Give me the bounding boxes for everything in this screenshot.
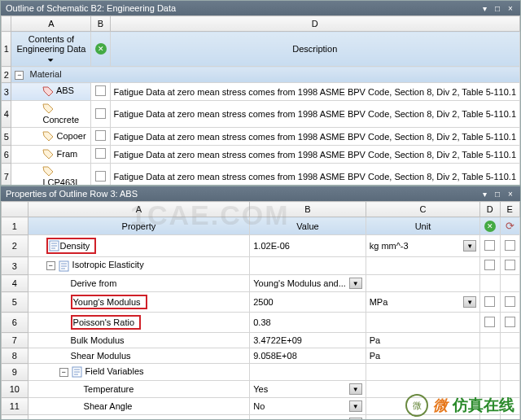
unit-cell[interactable] <box>366 313 479 333</box>
material-row[interactable]: 6 Fram Fatigue Data at zero mean stress … <box>2 146 520 164</box>
value-cell[interactable]: 9.058E+08 <box>250 348 366 364</box>
properties-titlebar: Properties of Outline Row 3: ABS ▾ □ × <box>1 186 520 201</box>
checkbox[interactable] <box>484 240 495 251</box>
filter-icon[interactable]: ✕ <box>484 221 496 232</box>
checkbox[interactable] <box>505 317 515 327</box>
value-cell[interactable]: 1.02E-06 <box>250 235 366 257</box>
description-header: Description <box>110 32 519 67</box>
property-icon <box>72 366 83 378</box>
column-header-row: A B C D E <box>2 202 520 217</box>
properties-panel: Properties of Outline Row 3: ABS ▾ □ × A… <box>0 186 521 420</box>
col-A[interactable]: A <box>11 16 91 32</box>
checkbox[interactable] <box>95 171 106 182</box>
collapse-toggle[interactable]: − <box>46 261 55 270</box>
value-cell[interactable]: 0.38 <box>250 313 366 333</box>
outline-title: Outline of Schematic B2: Engineering Dat… <box>6 3 176 13</box>
checkbox[interactable] <box>505 260 515 270</box>
checkbox[interactable] <box>95 85 106 96</box>
tag-icon <box>42 131 54 142</box>
property-row[interactable]: 12Degradation FactorNo▼ <box>2 415 520 420</box>
property-row[interactable]: 9− Field Variables <box>2 364 520 381</box>
link-icon[interactable]: ⟳ <box>506 220 514 232</box>
checkbox[interactable] <box>95 130 106 141</box>
col-D[interactable]: D <box>110 16 519 32</box>
material-row[interactable]: 4 Concrete Fatigue Data at zero mean str… <box>2 101 520 128</box>
unit-cell[interactable]: Pa <box>366 333 479 348</box>
value-cell[interactable]: No▼ <box>250 398 366 415</box>
material-row[interactable]: 3 ABS Fatigue Data at zero mean stress c… <box>2 83 520 101</box>
tag-icon <box>42 103 54 115</box>
highlighted-property: Young's Modulus <box>71 295 147 309</box>
property-row[interactable]: 4Derive fromYoung's Modulus and...▼ <box>2 275 520 292</box>
col-B[interactable]: B <box>91 16 110 32</box>
value-cell[interactable] <box>250 257 366 275</box>
close-icon[interactable]: × <box>506 189 515 199</box>
property-row[interactable]: 5Young's Modulus2500MPa▼ <box>2 292 520 313</box>
checkbox[interactable] <box>505 240 515 251</box>
property-icon <box>49 240 60 252</box>
outline-grid[interactable]: A B D 1 Contents of Engineering Data 🞃 ✕… <box>1 15 520 186</box>
tag-icon <box>42 149 54 160</box>
collapse-toggle[interactable]: − <box>59 368 68 377</box>
property-row[interactable]: 11Shear AngleNo▼ <box>2 398 520 415</box>
contents-header: Contents of Engineering Data 🞃 <box>11 32 91 67</box>
dropdown-arrow[interactable]: ▼ <box>349 400 362 412</box>
checkbox[interactable] <box>95 108 106 119</box>
unit-cell[interactable]: Pa <box>366 348 479 364</box>
value-cell[interactable]: Young's Modulus and...▼ <box>250 275 366 292</box>
unit-cell[interactable]: MPa▼ <box>366 292 479 313</box>
unit-cell[interactable] <box>366 381 479 398</box>
unit-cell[interactable] <box>366 398 479 415</box>
outline-panel: Outline of Schematic B2: Engineering Dat… <box>0 0 521 186</box>
maximize-icon[interactable]: □ <box>493 3 502 13</box>
material-section-row[interactable]: 2 − Material <box>2 67 520 83</box>
dropdown-arrow[interactable]: ▼ <box>463 240 476 252</box>
property-row[interactable]: 8Shear Modulus9.058E+08Pa <box>2 348 520 364</box>
column-header-row: A B D <box>2 16 520 32</box>
properties-grid[interactable]: A B C D E 1 Property Value Unit ✕ ⟳ 2 De… <box>1 201 520 420</box>
value-cell[interactable]: 3.4722E+09 <box>250 333 366 348</box>
unit-cell[interactable] <box>366 415 479 420</box>
outline-header-row: 1 Contents of Engineering Data 🞃 ✕ Descr… <box>2 32 520 67</box>
checkbox[interactable] <box>484 296 495 307</box>
unit-cell[interactable] <box>366 257 479 275</box>
value-cell[interactable]: Yes▼ <box>250 381 366 398</box>
checkbox[interactable] <box>484 317 495 327</box>
property-row[interactable]: 7Bulk Modulus3.4722E+09Pa <box>2 333 520 348</box>
unit-cell[interactable] <box>366 364 479 381</box>
dropdown-arrow[interactable]: ▼ <box>349 278 362 289</box>
material-row[interactable]: 7 LCP463I Fatigue Data at zero mean stre… <box>2 164 520 186</box>
value-cell[interactable]: No▼ <box>250 415 366 420</box>
value-cell[interactable] <box>250 364 366 381</box>
maximize-icon[interactable]: □ <box>493 189 502 199</box>
tag-icon <box>42 86 54 98</box>
property-row[interactable]: 6Poisson's Ratio0.38 <box>2 313 520 333</box>
collapse-toggle[interactable]: − <box>15 71 24 80</box>
unit-cell[interactable]: kg mm^-3▼ <box>366 235 479 257</box>
filter-icon[interactable]: ✕ <box>95 43 107 55</box>
checkbox[interactable] <box>95 148 106 159</box>
property-icon <box>59 260 70 272</box>
checkbox[interactable] <box>505 296 515 307</box>
property-row[interactable]: 2 Density1.02E-06kg mm^-3▼ <box>2 235 520 257</box>
properties-title: Properties of Outline Row 3: ABS <box>6 189 138 199</box>
highlighted-property: Density <box>46 238 97 254</box>
dropdown-arrow[interactable]: ▼ <box>463 296 476 308</box>
dropdown-arrow[interactable]: ▼ <box>349 383 362 395</box>
tag-icon <box>42 166 54 177</box>
checkbox[interactable] <box>484 260 495 270</box>
property-row[interactable]: 10TemperatureYes▼ <box>2 381 520 398</box>
value-cell[interactable]: 2500 <box>250 292 366 313</box>
pin-icon[interactable]: ▾ <box>479 189 489 199</box>
pin-icon[interactable]: ▾ <box>479 3 489 13</box>
highlighted-property: Poisson's Ratio <box>71 315 141 330</box>
unit-cell[interactable] <box>366 275 479 292</box>
property-row[interactable]: 3− Isotropic Elasticity <box>2 257 520 275</box>
close-icon[interactable]: × <box>506 3 515 13</box>
properties-header-row: 1 Property Value Unit ✕ ⟳ <box>2 217 520 235</box>
outline-titlebar: Outline of Schematic B2: Engineering Dat… <box>1 1 520 15</box>
material-row[interactable]: 5 Copoer Fatigue Data at zero mean stres… <box>2 128 520 146</box>
